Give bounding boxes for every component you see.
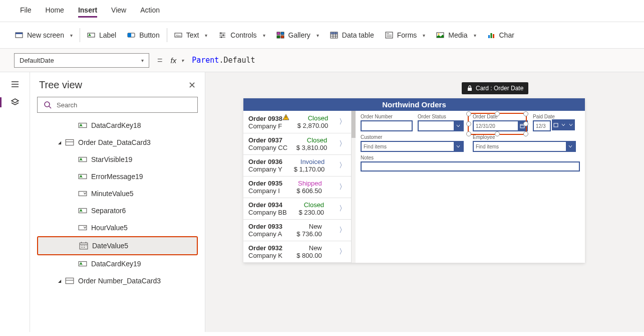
svg-text:Abc: Abc xyxy=(176,34,181,37)
chevron-down-icon xyxy=(568,122,573,127)
new-screen-label: New screen xyxy=(27,31,64,39)
chevron-down-icon: ▾ xyxy=(205,33,207,38)
svg-rect-33 xyxy=(468,88,472,91)
order-item[interactable]: Order 0936Company YInvoiced$ 1,170.00〉 xyxy=(243,155,351,177)
menu-insert[interactable]: Insert xyxy=(78,4,97,18)
controls-button[interactable]: Controls ▾ xyxy=(217,29,266,41)
formula-input[interactable]: Parent.Default xyxy=(189,53,630,68)
tree-item-icon xyxy=(78,189,87,198)
collapse-icon[interactable]: ◢ xyxy=(58,279,61,283)
tree-item[interactable]: StarVisible19 xyxy=(37,151,198,168)
tree-item[interactable]: ◢Order Date_DataCard3 xyxy=(37,134,198,151)
media-label: Media xyxy=(448,31,467,39)
tree-item[interactable]: DataCardKey19 xyxy=(37,255,198,272)
chart-button[interactable]: Char xyxy=(486,29,515,41)
tree-item-icon xyxy=(78,121,87,130)
tree-item[interactable]: ErrorMessage19 xyxy=(37,168,198,185)
order-number-input[interactable] xyxy=(361,120,413,131)
search-placeholder: Search xyxy=(57,101,77,109)
order-amount: $ 800.00 xyxy=(296,252,322,259)
button-button[interactable]: Button xyxy=(126,29,160,41)
svg-rect-35 xyxy=(554,123,558,127)
notes-input[interactable] xyxy=(361,161,580,172)
new-screen-button[interactable]: New screen ▾ xyxy=(14,29,74,41)
chevron-down-icon: ▾ xyxy=(181,58,184,63)
order-item[interactable]: Order 0938Company FClosed$ 2,870.00〉 xyxy=(243,111,351,133)
tree-item-icon xyxy=(78,172,87,181)
tooltip-text: Card : Order Date xyxy=(476,85,523,92)
order-item[interactable]: Order 0937Company CCClosed$ 3,810.00〉 xyxy=(243,133,351,155)
label-icon xyxy=(87,31,95,39)
notes-label: Notes xyxy=(361,155,580,160)
media-button[interactable]: Media ▾ xyxy=(435,29,477,41)
order-amount: $ 1,170.00 xyxy=(294,165,325,173)
property-select[interactable]: DefaultDate ▾ xyxy=(14,53,149,68)
order-status: Invoiced xyxy=(300,158,325,165)
app-title: Northwind Orders xyxy=(243,98,585,111)
order-id: Order 0934 xyxy=(248,201,287,209)
svg-rect-21 xyxy=(493,34,494,38)
fx-button[interactable]: fx▾ xyxy=(171,56,184,65)
scrollbar[interactable] xyxy=(352,111,356,263)
order-company: Company CC xyxy=(248,144,287,151)
svg-rect-26 xyxy=(79,175,87,179)
svg-rect-20 xyxy=(490,33,492,38)
warning-icon xyxy=(282,114,289,121)
lock-icon xyxy=(467,85,473,91)
text-label: Text xyxy=(186,31,199,39)
tree-item[interactable]: DataCardKey18 xyxy=(37,117,198,134)
data-table-button[interactable]: Data table xyxy=(329,29,375,41)
svg-rect-31 xyxy=(79,262,87,266)
text-button[interactable]: Abc Text ▾ xyxy=(173,29,209,41)
order-id: Order 0933 xyxy=(248,223,282,230)
order-status-select[interactable] xyxy=(418,120,464,131)
svg-rect-4 xyxy=(128,33,131,37)
tree-item[interactable]: ◢Order Number_DataCard3 xyxy=(37,272,198,289)
forms-label: Forms xyxy=(397,31,417,39)
close-icon[interactable]: ✕ xyxy=(188,80,196,91)
tree-item-label: DataCardKey19 xyxy=(91,260,141,268)
tree-item[interactable]: Separator6 xyxy=(37,202,198,219)
tree-item-label: Order Date_DataCard3 xyxy=(78,138,151,146)
order-item[interactable]: Order 0932Company KNew$ 800.00〉 xyxy=(243,241,351,263)
paid-date-dd2-button[interactable] xyxy=(566,119,575,130)
chevron-right-icon: 〉 xyxy=(339,161,346,170)
employee-select[interactable]: Find items xyxy=(473,141,576,152)
svg-rect-11 xyxy=(281,32,284,35)
layers-icon[interactable] xyxy=(10,97,20,107)
customer-select[interactable]: Find items xyxy=(361,141,464,152)
svg-point-7 xyxy=(220,33,222,34)
screen-icon xyxy=(15,31,23,39)
menu-home[interactable]: Home xyxy=(46,4,64,18)
chevron-right-icon: 〉 xyxy=(339,117,346,126)
selection-box xyxy=(468,113,527,135)
order-item[interactable]: Order 0935Company IShipped$ 606.50〉 xyxy=(243,177,351,198)
tree-item[interactable]: MinuteValue5 xyxy=(37,185,198,202)
order-item[interactable]: Order 0934Company BBClosed$ 230.00〉 xyxy=(243,198,351,220)
forms-button[interactable]: Forms ▾ xyxy=(384,29,427,41)
form-panel: Order Number Order Status Order Date12/3… xyxy=(356,111,585,263)
tree-item[interactable]: HourValue5 xyxy=(37,219,198,236)
tree-search-input[interactable]: Search xyxy=(37,97,198,113)
svg-rect-32 xyxy=(66,278,74,283)
menu-view[interactable]: View xyxy=(111,4,126,18)
tree-item[interactable]: DateValue5 xyxy=(37,236,198,255)
tree-title: Tree view xyxy=(39,79,82,91)
svg-rect-1 xyxy=(16,33,23,34)
hamburger-icon[interactable] xyxy=(10,79,20,89)
tree-item-label: HourValue5 xyxy=(91,224,128,232)
tree-item-icon xyxy=(78,259,87,268)
controls-label: Controls xyxy=(230,31,256,39)
menu-file[interactable]: File xyxy=(20,4,32,18)
canvas[interactable]: Card : Order Date Northwind Orders Order… xyxy=(205,72,644,332)
menu-action[interactable]: Action xyxy=(140,4,160,18)
chevron-right-icon: 〉 xyxy=(339,226,346,235)
paid-date-input[interactable]: 12/3 xyxy=(533,120,551,131)
chevron-down-icon: ▾ xyxy=(263,33,265,38)
tree-item-icon xyxy=(78,206,87,215)
collapse-icon[interactable]: ◢ xyxy=(58,140,61,145)
order-company: Company F xyxy=(248,122,289,130)
order-item[interactable]: Order 0933Company ANew$ 736.00〉 xyxy=(243,220,351,241)
gallery-button[interactable]: Gallery ▾ xyxy=(275,29,320,41)
label-button[interactable]: Label xyxy=(86,29,117,41)
